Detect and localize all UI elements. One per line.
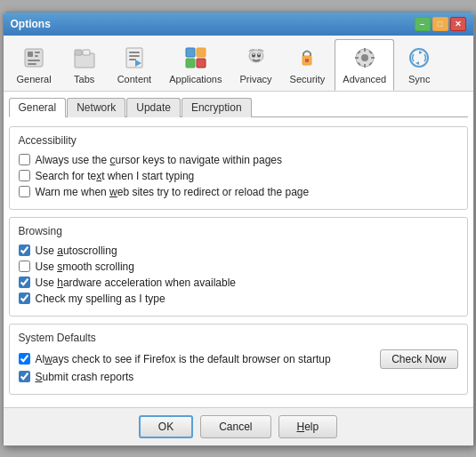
browsing-title: Browsing	[19, 225, 458, 237]
browsing-section: Browsing Use autoscrolling Use smooth sc…	[9, 217, 468, 317]
checkbox-row-smooth-scrolling: Use smooth scrolling	[19, 259, 458, 275]
help-button[interactable]: Help	[278, 415, 338, 438]
options-window: Options – □ ✕ General	[3, 12, 474, 446]
warn-redirect-checkbox[interactable]	[19, 186, 30, 197]
svg-rect-4	[28, 60, 40, 61]
svg-rect-1	[28, 52, 33, 57]
checkbox-row-crash-reports: Submit crash reports	[19, 369, 458, 385]
sync-icon	[405, 44, 433, 72]
svg-rect-5	[28, 63, 36, 65]
toolbar-item-tabs[interactable]: Tabs	[61, 39, 108, 91]
tab-bar: General Network Update Encryption	[9, 97, 468, 117]
title-bar: Options – □ ✕	[4, 12, 473, 36]
crash-reports-label: Submit crash reports	[36, 371, 134, 383]
svg-rect-3	[35, 55, 38, 57]
svg-rect-30	[371, 57, 375, 59]
content-label: Content	[117, 74, 152, 84]
default-browser-row: Always check to see if Firefox is the de…	[19, 349, 458, 369]
content-icon	[120, 44, 149, 72]
svg-rect-15	[197, 48, 206, 57]
search-text-checkbox[interactable]	[19, 170, 30, 181]
checkbox-row-spell-check: Check my spelling as I type	[19, 291, 458, 307]
default-browser-checkbox[interactable]	[19, 353, 30, 365]
smooth-scrolling-label: Use smooth scrolling	[36, 261, 134, 273]
general-icon	[20, 44, 48, 72]
svg-rect-12	[129, 59, 136, 60]
tab-general[interactable]: General	[9, 98, 67, 117]
svg-rect-8	[83, 50, 90, 55]
toolbar-item-sync[interactable]: Sync	[396, 39, 442, 91]
svg-rect-28	[364, 64, 366, 68]
toolbar-item-privacy[interactable]: Privacy	[232, 39, 280, 91]
checkbox-row-cursor-keys: Always use the cursor keys to navigate w…	[19, 152, 458, 168]
toolbar-item-general[interactable]: General	[9, 39, 60, 91]
warn-redirect-label: Warn me when web sites try to redirect o…	[36, 186, 310, 198]
title-bar-controls: – □ ✕	[415, 17, 466, 31]
spell-check-label: Check my spelling as I type	[36, 293, 165, 305]
tab-network[interactable]: Network	[67, 98, 125, 117]
accessibility-title: Accessibility	[19, 134, 458, 147]
privacy-label: Privacy	[240, 74, 272, 84]
toolbar-item-content[interactable]: Content	[109, 39, 160, 91]
hardware-acceleration-checkbox[interactable]	[19, 277, 30, 288]
advanced-icon	[351, 44, 379, 72]
autoscrolling-checkbox[interactable]	[19, 245, 30, 256]
svg-rect-2	[35, 52, 40, 53]
close-button[interactable]: ✕	[450, 17, 466, 31]
toolbar-item-advanced[interactable]: Advanced	[335, 39, 394, 91]
cancel-button[interactable]: Cancel	[200, 415, 270, 438]
applications-icon	[182, 44, 210, 72]
svg-point-22	[258, 53, 260, 55]
svg-rect-11	[129, 55, 140, 57]
hardware-acceleration-label: Use hardware acceleration when available	[36, 277, 237, 289]
crash-reports-checkbox[interactable]	[19, 371, 30, 382]
svg-rect-17	[197, 59, 206, 68]
svg-rect-27	[364, 48, 366, 52]
cursor-keys-checkbox[interactable]	[19, 154, 30, 165]
svg-rect-7	[75, 50, 82, 55]
check-now-button[interactable]: Check Now	[380, 349, 457, 369]
svg-rect-29	[355, 57, 359, 59]
window-title: Options	[11, 18, 51, 30]
advanced-label: Advanced	[343, 74, 386, 84]
cursor-keys-label: Always use the cursor keys to navigate w…	[36, 154, 282, 166]
toolbar: General Tabs	[4, 36, 473, 92]
checkbox-row-search-text: Search for text when I start typing	[19, 168, 458, 184]
search-text-label: Search for text when I start typing	[36, 170, 195, 182]
smooth-scrolling-checkbox[interactable]	[19, 261, 30, 272]
svg-rect-10	[129, 52, 140, 53]
tab-encryption[interactable]: Encryption	[182, 98, 252, 117]
toolbar-item-applications[interactable]: Applications	[161, 39, 230, 91]
tabs-label: Tabs	[74, 74, 94, 84]
tab-update[interactable]: Update	[126, 98, 181, 117]
toolbar-item-security[interactable]: Security	[282, 39, 334, 91]
svg-rect-9	[126, 48, 142, 68]
security-icon	[293, 44, 321, 72]
system-defaults-title: System Defaults	[19, 332, 458, 344]
svg-point-26	[361, 54, 368, 61]
svg-rect-24	[305, 59, 309, 62]
restore-button[interactable]: □	[432, 17, 448, 31]
minimize-button[interactable]: –	[415, 17, 431, 31]
autoscrolling-label: Use autoscrolling	[36, 245, 117, 257]
spell-check-checkbox[interactable]	[19, 293, 30, 304]
checkbox-row-autoscrolling: Use autoscrolling	[19, 243, 458, 259]
checkbox-row-hardware-acceleration: Use hardware acceleration when available	[19, 275, 458, 291]
tabs-icon	[70, 44, 99, 72]
applications-label: Applications	[169, 74, 222, 84]
svg-point-21	[253, 53, 254, 55]
general-label: General	[17, 74, 52, 84]
privacy-icon	[242, 44, 270, 72]
ok-button[interactable]: OK	[139, 415, 193, 438]
svg-rect-16	[186, 59, 195, 68]
system-defaults-section: System Defaults Always check to see if F…	[9, 324, 468, 395]
sync-label: Sync	[408, 74, 430, 84]
svg-rect-14	[186, 48, 195, 57]
content-area: General Network Update Encryption Access…	[4, 92, 473, 407]
checkbox-row-warn-redirect: Warn me when web sites try to redirect o…	[19, 184, 458, 200]
security-label: Security	[290, 74, 326, 84]
accessibility-section: Accessibility Always use the cursor keys…	[9, 126, 468, 210]
bottom-bar: OK Cancel Help	[4, 407, 473, 445]
default-browser-label: Always check to see if Firefox is the de…	[36, 353, 375, 365]
